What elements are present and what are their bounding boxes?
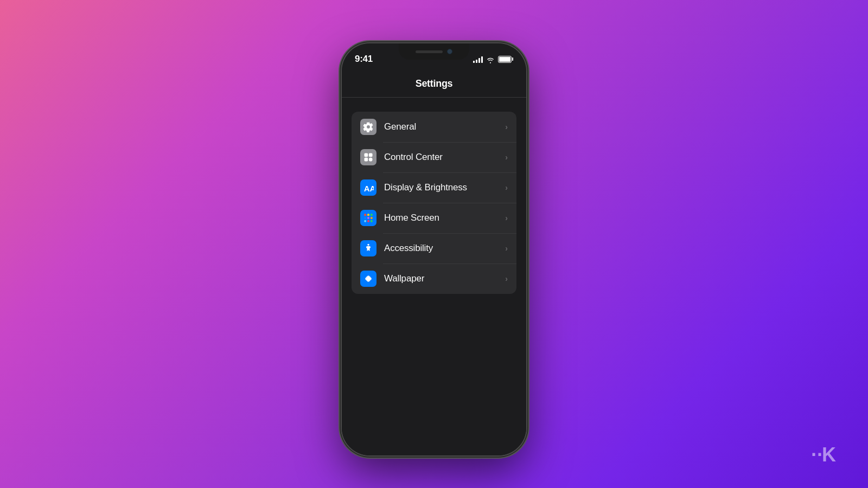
watermark-text: ·K (817, 444, 835, 466)
wifi-icon (486, 56, 495, 62)
svg-point-5 (364, 214, 366, 216)
watermark: ··K (811, 444, 835, 466)
svg-point-8 (364, 217, 366, 219)
svg-text:AA: AA (364, 184, 374, 193)
svg-point-12 (367, 220, 369, 222)
svg-rect-1 (365, 158, 368, 162)
home-screen-chevron: › (505, 214, 508, 222)
battery-fill (499, 57, 510, 62)
battery-icon (498, 56, 513, 63)
home-screen-label: Home Screen (384, 213, 501, 223)
accessibility-label: Accessibility (384, 243, 501, 254)
signal-bar-4 (481, 56, 483, 63)
general-label: General (384, 121, 501, 132)
display-brightness-label: Display & Brightness (384, 182, 501, 193)
settings-group: General › Control Center › (352, 112, 516, 294)
svg-point-13 (371, 220, 373, 222)
settings-item-accessibility[interactable]: Accessibility › (352, 233, 516, 264)
accessibility-chevron: › (505, 244, 508, 253)
settings-item-home-screen[interactable]: Home Screen › (352, 203, 516, 233)
settings-list: General › Control Center › (342, 103, 526, 455)
settings-item-display-brightness[interactable]: AA Display & Brightness › (352, 172, 516, 203)
settings-item-control-center[interactable]: Control Center › (352, 142, 516, 172)
general-icon (360, 119, 376, 135)
svg-point-6 (367, 214, 369, 216)
watermark-dots: · (811, 444, 816, 466)
speaker (416, 50, 443, 53)
status-icons (473, 56, 513, 63)
svg-rect-2 (369, 153, 373, 157)
status-time: 9:41 (355, 54, 373, 65)
wallpaper-icon (360, 271, 376, 287)
svg-point-10 (371, 217, 373, 219)
battery-body (498, 56, 512, 63)
accessibility-icon (360, 240, 376, 256)
signal-icon (473, 56, 483, 63)
settings-item-general[interactable]: General › (352, 112, 516, 142)
phone-frame: 9:41 (342, 43, 526, 455)
control-center-label: Control Center (384, 152, 501, 163)
home-screen-icon (360, 210, 376, 226)
wallpaper-chevron: › (505, 274, 508, 283)
svg-point-7 (371, 214, 373, 216)
svg-point-11 (364, 220, 366, 222)
signal-bar-2 (476, 60, 477, 63)
general-chevron: › (505, 123, 508, 131)
control-center-chevron: › (505, 153, 508, 162)
nav-title: Settings (416, 78, 453, 89)
svg-point-14 (367, 244, 369, 246)
svg-point-3 (369, 158, 373, 162)
phone-screen: 9:41 (342, 43, 526, 455)
control-center-icon (360, 149, 376, 165)
svg-rect-0 (365, 153, 368, 157)
svg-point-9 (367, 217, 369, 219)
wallpaper-label: Wallpaper (384, 273, 501, 284)
signal-bar-1 (473, 61, 475, 63)
front-camera (447, 49, 452, 54)
signal-bar-3 (478, 58, 480, 63)
battery-tip (512, 57, 513, 61)
display-brightness-chevron: › (505, 183, 508, 192)
svg-point-23 (367, 277, 370, 280)
display-brightness-icon: AA (360, 179, 376, 196)
settings-item-wallpaper[interactable]: Wallpaper › (352, 264, 516, 294)
nav-bar: Settings (342, 70, 526, 98)
notch (399, 43, 469, 60)
